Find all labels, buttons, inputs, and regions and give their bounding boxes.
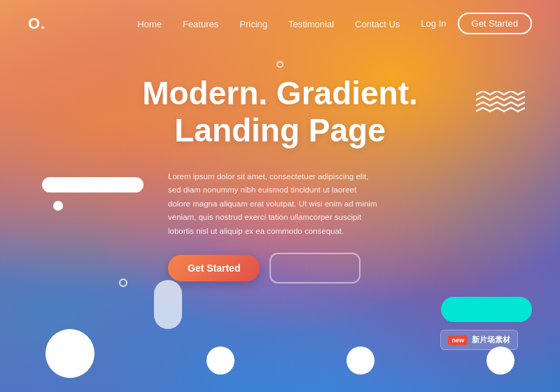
- bottom-circle-4: [486, 346, 514, 374]
- content-row: Lorem ipsum dolor sit amet, consectetuer…: [0, 170, 560, 284]
- hero-section: Modern. Gradient. Landing Page: [0, 47, 560, 163]
- bottom-circle-2: [206, 346, 234, 374]
- hero-title: Modern. Gradient. Landing Page: [142, 75, 418, 149]
- logo: O.: [28, 15, 46, 33]
- spacer: [144, 329, 158, 378]
- nav-item-pricing[interactable]: Pricing: [239, 18, 267, 30]
- nav-links: Home Features Pricing Testimonial Contac…: [137, 18, 400, 30]
- bottom-circle-3: [346, 346, 374, 374]
- left-decorations: [42, 170, 154, 211]
- small-circle-top: [276, 61, 284, 68]
- capsule-white-decoration: [154, 280, 182, 329]
- nav-get-started-button[interactable]: Get Started: [458, 13, 532, 34]
- login-link[interactable]: Log In: [421, 18, 446, 29]
- spacer2: [284, 329, 298, 378]
- hero-text-area: Lorem ipsum dolor sit amet, consectetuer…: [168, 170, 518, 284]
- bottom-circle-1: [46, 329, 94, 378]
- bottom-circles-row: [0, 329, 560, 378]
- navbar: O. Home Features Pricing Testimonial Con…: [0, 0, 560, 47]
- hero-description: Lorem ipsum dolor sit amet, consectetuer…: [168, 170, 378, 239]
- hero-cta-button[interactable]: Get Started: [168, 255, 260, 281]
- cyan-pill-decoration: [441, 297, 532, 322]
- spacer3: [424, 329, 438, 378]
- bottom-decorations: [0, 287, 560, 392]
- nav-item-contact[interactable]: Contact Us: [355, 18, 400, 30]
- nav-item-testimonial[interactable]: Testimonial: [288, 18, 334, 30]
- small-circle-outline-decoration: [119, 279, 127, 287]
- nav-item-home[interactable]: Home: [137, 18, 162, 30]
- white-dot-decoration: [53, 201, 63, 211]
- page-wrapper: O. Home Features Pricing Testimonial Con…: [0, 0, 560, 392]
- cta-row: Get Started: [168, 253, 360, 284]
- nav-item-features[interactable]: Features: [183, 18, 218, 30]
- white-pill-decoration: [42, 177, 144, 192]
- ghost-pill-decoration: [270, 253, 360, 284]
